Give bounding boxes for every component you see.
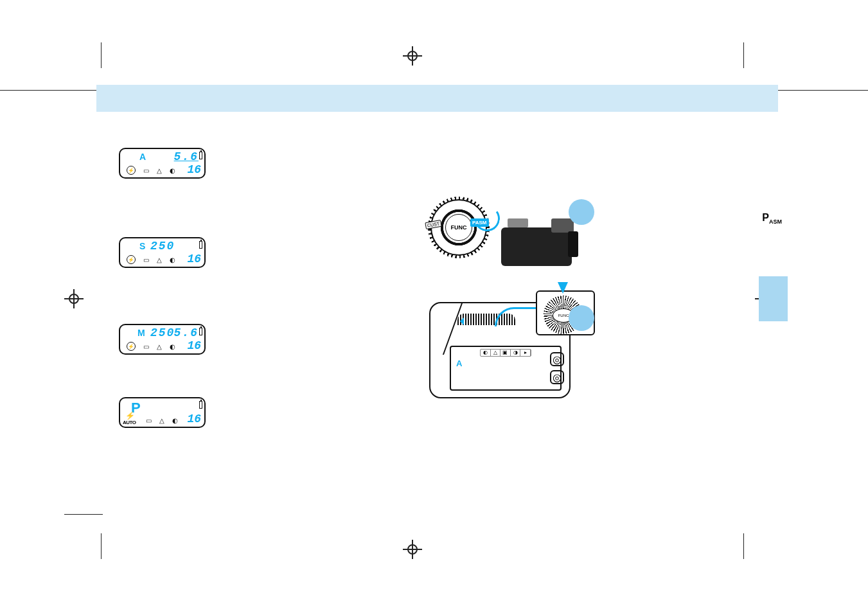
figure-mode-dial: FUNC CUST PASM [430, 193, 591, 276]
flash-status-icon: ⚡ [127, 342, 136, 351]
lcd-example-shutter: S 250 16 ⚡ ▭ △ ◐ [119, 237, 206, 268]
warning-icon: △ [157, 343, 162, 350]
crop-mark [743, 533, 744, 559]
battery-icon [199, 241, 202, 249]
camera-button: ◎ [550, 370, 564, 384]
lcd-example-program: P 16 ⚡ AUTO ▭ △ ◐ [119, 397, 206, 428]
registration-mark [64, 289, 84, 308]
review-icon: ◐ [170, 167, 175, 174]
lcd-aperture-value: 5.6 [174, 150, 199, 163]
lcd-example-manual: M 250 5.6 16 ⚡ ▭ △ ◐ [119, 324, 206, 355]
margin-mode-indicator: PASM [762, 212, 782, 225]
review-icon: ◐ [170, 256, 175, 263]
registration-mark [403, 46, 422, 66]
lcd-icon-row: ⚡ ▭ △ ◐ [127, 342, 175, 351]
step-circle-2 [569, 305, 594, 331]
trim-rule [64, 514, 103, 515]
lcd-mode-letter: A [456, 359, 462, 368]
lcd-frame-count: 16 [187, 163, 201, 176]
camera-button: ◎ [550, 352, 564, 366]
margin-mode-p: P [762, 212, 769, 223]
page-root: PASM A 5.6 16 ⚡ ▭ △ ◐ S 250 16 ⚡ ▭ △ ◐ M… [0, 0, 868, 613]
section-header-band [96, 85, 778, 112]
flash-icon: ⚡ [125, 411, 135, 420]
crop-mark [101, 42, 102, 68]
frame-icon: ▭ [143, 256, 149, 263]
battery-icon [199, 328, 202, 335]
frame-icon: ▭ [143, 167, 149, 174]
registration-mark [403, 540, 422, 559]
battery-icon [199, 401, 202, 409]
lcd-shutter-value: 250 [150, 240, 175, 253]
lcd-frame-count: 16 [187, 413, 201, 425]
review-icon: ◐ [170, 343, 175, 350]
lcd-frame-count: 16 [187, 339, 201, 352]
lcd-mode-letter: M [137, 328, 145, 338]
crop-mark [743, 42, 744, 68]
frame-icon: ▭ [146, 417, 152, 424]
lcd-mode-letter: S [139, 241, 145, 251]
arrowhead-icon [456, 317, 464, 325]
flash-status-icon: ⚡ [127, 255, 136, 264]
dial-func-button: FUNC [445, 214, 472, 241]
battery-icon [199, 152, 202, 159]
warning-icon: △ [159, 417, 164, 424]
camera-top-panel: ◐△▣◑▸ A ◎ ◎ [429, 302, 571, 398]
top-lcd: ◐△▣◑▸ A [450, 346, 562, 391]
crop-mark [101, 533, 102, 559]
margin-mode-sub: ASM [769, 218, 782, 225]
lcd-icon-row: ⚡ ▭ △ ◐ [127, 255, 175, 264]
lcd-mode-letter: A [139, 152, 146, 162]
trim-rule [0, 90, 103, 91]
warning-icon: △ [157, 167, 162, 174]
review-icon: ◐ [172, 417, 178, 424]
warning-icon: △ [157, 256, 162, 263]
thumb-index-tab [759, 276, 788, 321]
lcd-shutter-value: 250 [150, 326, 175, 339]
lcd-icon-strip: ◐△▣◑▸ [480, 349, 531, 357]
lcd-icon-row: ⚡ ▭ △ ◐ [127, 166, 175, 175]
lcd-icon-row: ▭ △ ◐ [146, 417, 178, 424]
flash-auto-label: AUTO [123, 420, 136, 425]
lcd-example-aperture: A 5.6 16 ⚡ ▭ △ ◐ [119, 148, 206, 179]
step-circle-1 [569, 199, 594, 225]
frame-icon: ▭ [143, 343, 149, 350]
camera-illustration [501, 218, 578, 270]
lcd-aperture-value: 5.6 [174, 326, 199, 339]
flash-status-icon: ⚡ [127, 166, 136, 175]
lcd-frame-count: 16 [187, 253, 201, 265]
